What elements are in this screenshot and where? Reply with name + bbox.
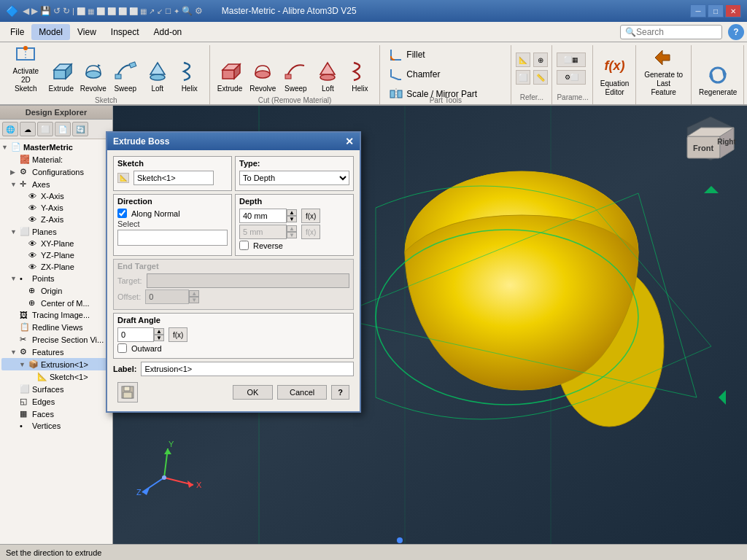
menu-file[interactable]: File — [3, 24, 31, 40]
de-toolbar-btn-3[interactable]: ⬜ — [37, 122, 53, 136]
dialog-save-button[interactable] — [117, 382, 138, 402]
equation-editor-button[interactable]: f(x) EquationEditor — [597, 49, 632, 98]
window-controls[interactable]: ─ □ ✕ — [690, 4, 741, 18]
draft-angle-spinbox[interactable]: ▲ ▼ — [117, 327, 164, 342]
de-toolbar-btn-5[interactable]: 🔄 — [72, 122, 88, 136]
quick-icon[interactable]: ⬜ — [118, 7, 127, 15]
quick-icon[interactable]: ↺ — [53, 6, 61, 16]
dialog-title-bar[interactable]: Extrude Boss ✕ — [107, 133, 360, 150]
tree-item-edges[interactable]: ◱ Edges — [1, 395, 111, 408]
quick-icon[interactable]: ✦ — [174, 7, 179, 15]
help-button[interactable]: ? — [728, 24, 744, 40]
quick-icon[interactable]: ⬜ — [107, 7, 116, 15]
extrude-cut-button[interactable]: Extrude — [214, 45, 245, 95]
tree-item-root[interactable]: ▼ 📄 MasterMetric — [1, 141, 111, 153]
tree-item-sketch1[interactable]: 📐 Sketch<1> — [1, 370, 111, 383]
tree-item-x-axis[interactable]: 👁 X-Axis — [1, 190, 111, 202]
depth2-input[interactable] — [239, 225, 287, 239]
tree-item-axes[interactable]: ▼ ✛ Axes — [1, 178, 111, 190]
quick-icon[interactable]: ↙ — [157, 7, 163, 15]
draft-angle-input[interactable] — [117, 327, 154, 342]
quick-icon[interactable]: ↻ — [63, 6, 70, 16]
de-toolbar-btn-4[interactable]: 📄 — [55, 122, 71, 136]
tree-item-planes[interactable]: ▼ ⬜ Planes — [1, 225, 111, 238]
tree-item-precise[interactable]: ✂ Precise Section Vi... — [1, 333, 111, 346]
tree-item-configurations[interactable]: ▶ ⚙ Configurations — [1, 166, 111, 178]
close-button[interactable]: ✕ — [725, 4, 741, 18]
helix-boss-button[interactable]: Helix — [174, 45, 205, 95]
minimize-button[interactable]: ─ — [690, 4, 706, 18]
params-icon2[interactable]: ⚙⬜ — [557, 70, 586, 85]
viewport-cube[interactable]: Front Right — [681, 113, 740, 171]
cancel-button[interactable]: Cancel — [277, 385, 327, 400]
draft-angle-spin-down[interactable]: ▼ — [154, 335, 164, 341]
menu-view[interactable]: View — [70, 24, 104, 40]
loft-cut-button[interactable]: Loft — [312, 45, 343, 95]
tree-item-origin[interactable]: ⊕ Origin — [1, 284, 111, 297]
quick-icon[interactable]: 🔍 — [182, 6, 193, 16]
direction-select-input[interactable] — [117, 230, 228, 246]
quick-icon[interactable]: ▦ — [88, 7, 94, 15]
sketch-value-input[interactable] — [133, 171, 214, 185]
references-icon2[interactable]: ⊕ — [533, 52, 548, 67]
quick-icon[interactable]: 💾 — [40, 6, 51, 16]
tree-item-faces[interactable]: ▦ Faces — [1, 408, 111, 420]
reverse-checkbox[interactable] — [239, 241, 249, 250]
tree-item-material[interactable]: 🧱 Material: — [1, 153, 111, 166]
quick-icon[interactable]: ⬜ — [77, 7, 85, 15]
de-toolbar-btn-2[interactable]: ☁ — [20, 122, 36, 136]
params-icon1[interactable]: ⬜▦ — [557, 52, 586, 67]
draft-fx-button[interactable]: f(x) — [169, 327, 187, 342]
quick-icon[interactable]: ▶ — [31, 6, 38, 16]
extrude-boss-button[interactable]: Extrude — [46, 45, 77, 95]
sweep-cut-button[interactable]: Sweep — [280, 45, 311, 95]
offset-input[interactable] — [145, 289, 189, 304]
tree-item-extrusion1[interactable]: ▼ 📦 Extrusion<1> — [1, 358, 111, 370]
dialog-close-button[interactable]: ✕ — [345, 136, 354, 147]
tree-item-redline[interactable]: 📋 Redline Views — [1, 321, 111, 333]
tree-item-tracing[interactable]: 🖼 Tracing Image... — [1, 309, 111, 321]
tree-item-zx-plane[interactable]: 👁 ZX-Plane — [1, 261, 111, 273]
label-input[interactable] — [141, 362, 354, 376]
offset-spin-down[interactable]: ▼ — [189, 297, 199, 303]
tree-item-y-axis[interactable]: 👁 Y-Axis — [1, 202, 111, 214]
offset-spin-up[interactable]: ▲ — [189, 290, 199, 297]
search-box[interactable]: 🔍 — [620, 25, 722, 39]
tree-item-features[interactable]: ▼ ⚙ Features — [1, 346, 111, 358]
menu-addon[interactable]: Add-on — [147, 24, 190, 40]
along-normal-checkbox[interactable] — [117, 209, 127, 218]
depth2-spinbox[interactable]: ▲ ▼ — [239, 225, 297, 239]
loft-boss-button[interactable]: Loft — [142, 45, 173, 95]
de-toolbar-btn-1[interactable]: 🌐 — [2, 122, 18, 136]
depth2-fx-button[interactable]: f(x) — [301, 225, 320, 239]
tree-item-vertices[interactable]: • Vertices — [1, 420, 111, 432]
quick-icon[interactable]: ↗ — [149, 7, 155, 15]
maximize-button[interactable]: □ — [708, 4, 724, 18]
quick-icon[interactable]: ▦ — [140, 7, 147, 15]
menu-inspect[interactable]: Inspect — [104, 24, 147, 40]
type-select[interactable]: To Depth Through All To Surface Through … — [239, 171, 349, 185]
depth2-spin-up[interactable]: ▲ — [287, 225, 297, 232]
help-dialog-button[interactable]: ? — [331, 385, 349, 400]
tree-item-xy-plane[interactable]: 👁 XY-Plane — [1, 238, 111, 249]
revolve-cut-button[interactable]: Revolve — [247, 45, 279, 95]
target-input[interactable] — [147, 273, 349, 288]
generate-last-feature-button[interactable]: Generate toLast Feature — [640, 49, 686, 98]
depth-fx-button[interactable]: f(x) — [301, 209, 320, 223]
depth-spin-down[interactable]: ▼ — [287, 216, 297, 222]
fillet-button[interactable]: Fillet — [384, 45, 481, 64]
draft-angle-spin-up[interactable]: ▲ — [154, 328, 164, 335]
quick-icon[interactable]: ⬜ — [129, 7, 138, 15]
tree-item-center[interactable]: ⊕ Center of M... — [1, 297, 111, 309]
quick-icon[interactable]: ⬜ — [96, 7, 105, 15]
offset-spinbox[interactable]: ▲ ▼ — [145, 289, 199, 304]
menu-model[interactable]: Model — [31, 24, 70, 40]
depth2-spin-down[interactable]: ▼ — [287, 232, 297, 238]
depth-spin-up[interactable]: ▲ — [287, 209, 297, 216]
references-icon4[interactable]: 📏 — [533, 70, 548, 85]
quick-icon[interactable]: ☐ — [165, 7, 171, 15]
quick-icon[interactable]: | — [72, 7, 74, 15]
depth-spinbox[interactable]: ▲ ▼ — [239, 209, 297, 223]
ok-button[interactable]: OK — [233, 385, 273, 400]
tree-item-yz-plane[interactable]: 👁 YZ-Plane — [1, 249, 111, 261]
